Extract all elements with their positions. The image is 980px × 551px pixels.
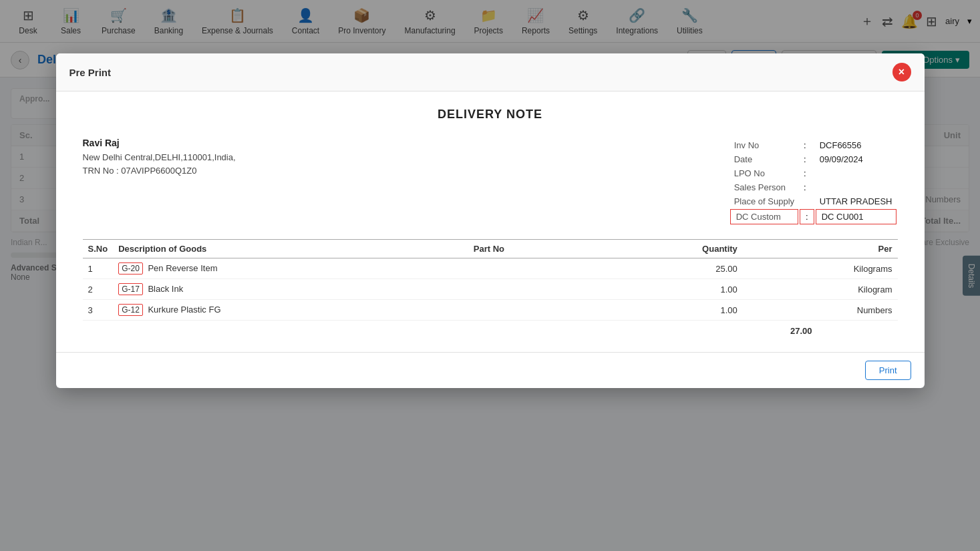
inv-no-row: Inv No : DCF66556: [730, 139, 896, 152]
col-quantity: Quantity: [599, 240, 743, 258]
item-per: Numbers: [743, 300, 898, 321]
item-quantity: 25.00: [599, 258, 743, 279]
item-quantity: 1.00: [599, 300, 743, 321]
modal-title: Pre Print: [69, 67, 112, 78]
item-per: Kilograms: [743, 258, 898, 279]
customer-address: New Delhi Central,DELHI,110001,India,: [83, 151, 490, 164]
item-description: G-12 Kurkure Plastic FG: [113, 300, 468, 321]
doc-title: DELIVERY NOTE: [83, 108, 898, 122]
modal-overlay: Pre Print × DELIVERY NOTE Ravi Raj New D…: [0, 0, 980, 551]
item-per: Kilogram: [743, 279, 898, 300]
place-supply-row: Place of Supply UTTAR PRADESH: [730, 195, 896, 208]
item-part-no: [468, 258, 599, 279]
sales-person-row: Sales Person :: [730, 181, 896, 194]
item-code-badge: G-20: [118, 262, 143, 274]
modal-header: Pre Print ×: [56, 53, 925, 91]
item-sno: 2: [83, 279, 114, 300]
dc-custom-row: DC Custom : DC CU001: [730, 209, 896, 224]
invoice-details: Inv No : DCF66556 Date : 09/09/2024 LPO …: [490, 138, 898, 226]
total-quantity: 27.00: [790, 326, 812, 336]
customer-info: Ravi Raj New Delhi Central,DELHI,110001,…: [83, 138, 490, 226]
invoice-details-table: Inv No : DCF66556 Date : 09/09/2024 LPO …: [729, 138, 898, 226]
items-table-header: S.No Description of Goods Part No Quanti…: [83, 240, 898, 258]
item-part-no: [468, 300, 599, 321]
items-table: S.No Description of Goods Part No Quanti…: [83, 239, 898, 321]
item-quantity: 1.00: [599, 279, 743, 300]
item-code-badge: G-12: [118, 304, 143, 316]
col-part-no: Part No: [468, 240, 599, 258]
modal-print-button[interactable]: Print: [865, 361, 911, 380]
items-table-row: 1 G-20 Pen Reverse Item 25.00 Kilograms: [83, 258, 898, 279]
lpo-row: LPO No :: [730, 167, 896, 180]
item-description: G-20 Pen Reverse Item: [113, 258, 468, 279]
doc-header-section: Ravi Raj New Delhi Central,DELHI,110001,…: [83, 138, 898, 226]
customer-name: Ravi Raj: [83, 138, 490, 148]
col-sno: S.No: [83, 240, 114, 258]
date-row: Date : 09/09/2024: [730, 153, 896, 166]
pre-print-modal: Pre Print × DELIVERY NOTE Ravi Raj New D…: [56, 53, 925, 388]
modal-body: DELIVERY NOTE Ravi Raj New Delhi Central…: [56, 91, 925, 352]
item-sno: 3: [83, 300, 114, 321]
col-per: Per: [743, 240, 898, 258]
col-description: Description of Goods: [113, 240, 468, 258]
item-part-no: [468, 279, 599, 300]
item-description: G-17 Black Ink: [113, 279, 468, 300]
items-table-row: 2 G-17 Black Ink 1.00 Kilogram: [83, 279, 898, 300]
item-code-badge: G-17: [118, 283, 143, 295]
modal-close-button[interactable]: ×: [892, 63, 911, 81]
items-table-row: 3 G-12 Kurkure Plastic FG 1.00 Numbers: [83, 300, 898, 321]
customer-trn: TRN No : 07AVIPP6600Q1Z0: [83, 164, 490, 178]
modal-footer: Print: [56, 352, 925, 388]
item-sno: 1: [83, 258, 114, 279]
total-row: 27.00: [83, 326, 898, 336]
